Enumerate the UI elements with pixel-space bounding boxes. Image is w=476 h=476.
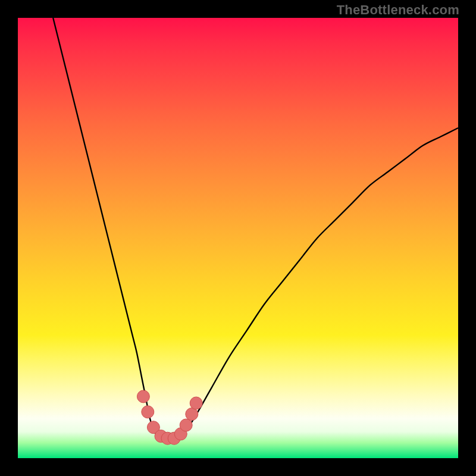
highlight-point xyxy=(142,406,154,418)
highlight-point xyxy=(137,390,149,403)
chart-frame: TheBottleneck.com xyxy=(0,0,476,476)
highlight-point xyxy=(186,408,198,421)
plot-area xyxy=(18,18,458,458)
highlight-point xyxy=(190,397,202,409)
curve-layer xyxy=(18,18,458,458)
bottleneck-curve xyxy=(53,18,458,441)
highlight-points xyxy=(137,390,202,444)
attribution-label: TheBottleneck.com xyxy=(337,2,459,18)
highlight-point xyxy=(180,419,192,431)
